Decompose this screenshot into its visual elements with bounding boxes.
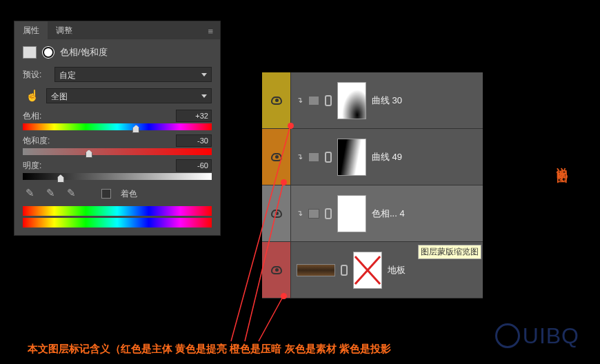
layer-mask-thumb[interactable]: [337, 139, 366, 176]
tab-adjust[interactable]: 调整: [48, 21, 81, 39]
properties-panel: 属性 调整 ≡ 色相/饱和度 预设: 自定 ☝ 全图 色相:: [14, 21, 221, 236]
visibility-icon[interactable]: [271, 153, 282, 161]
layer-name[interactable]: 曲线 30: [372, 94, 402, 107]
eyedropper-add-icon[interactable]: ✎: [43, 187, 57, 201]
marker-dot: [281, 293, 287, 299]
targeted-adjust-icon[interactable]: ☝: [23, 88, 42, 104]
marker-dot: [288, 123, 294, 129]
layer-name[interactable]: 地板: [388, 264, 406, 276]
svg-line-2: [259, 296, 283, 341]
saturation-slider[interactable]: [23, 148, 212, 155]
preset-label: 预设:: [23, 69, 50, 81]
layers-list: ↴ 曲线 30 ↴ 曲线 49 ↴ 色相... 4: [262, 72, 483, 299]
hue-slider[interactable]: [23, 123, 212, 130]
colorize-checkbox[interactable]: [101, 189, 111, 199]
adjustment-type-icon: [23, 46, 37, 59]
saturation-thumb[interactable]: [86, 150, 92, 158]
clip-icon: ↴: [297, 209, 303, 218]
preset-row: 预设: 自定: [23, 67, 212, 82]
layer-color-tag[interactable]: [262, 242, 291, 298]
side-note: 说明图: [554, 159, 569, 167]
hue-value[interactable]: [176, 110, 212, 122]
layer-row[interactable]: 地板 图层蒙版缩览图: [262, 242, 483, 299]
layer-color-tag[interactable]: [262, 72, 291, 128]
saturation-slider-row: 饱和度:: [23, 134, 212, 155]
adjustment-thumb-icon: [308, 209, 319, 219]
mask-icon: [42, 46, 54, 59]
layer-mask-thumb[interactable]: [337, 82, 366, 119]
layer-color-tag[interactable]: [262, 129, 291, 185]
layer-row[interactable]: ↴ 曲线 30: [262, 72, 483, 129]
layer-pixel-thumb[interactable]: [297, 264, 335, 276]
adjustment-header: 色相/饱和度: [23, 46, 212, 59]
link-icon[interactable]: [325, 208, 332, 219]
visibility-icon[interactable]: [271, 266, 282, 274]
adjustment-title: 色相/饱和度: [60, 46, 108, 59]
range-select[interactable]: 全图: [46, 88, 212, 103]
range-row: ☝ 全图: [23, 88, 212, 104]
tab-properties[interactable]: 属性: [14, 21, 48, 39]
layer-mask-thumb[interactable]: [353, 252, 382, 289]
lightness-value[interactable]: [176, 159, 212, 172]
watermark: UIBQ: [495, 323, 579, 350]
preset-select[interactable]: 自定: [54, 67, 212, 82]
adjustment-thumb-icon: [308, 96, 319, 105]
eyedropper-row: ✎ ✎ ✎ 着色: [23, 187, 212, 201]
hue-slider-row: 色相:: [23, 110, 212, 130]
lightness-slider[interactable]: [23, 173, 212, 180]
clip-icon: ↴: [297, 152, 303, 161]
panel-body: 色相/饱和度 预设: 自定 ☝ 全图 色相: 饱和度:: [14, 39, 220, 235]
link-icon[interactable]: [325, 152, 332, 163]
layer-name[interactable]: 曲线 49: [372, 151, 402, 163]
link-icon[interactable]: [341, 265, 348, 276]
layer-row[interactable]: ↴ 曲线 49: [262, 129, 483, 185]
link-icon[interactable]: [325, 95, 332, 106]
hue-thumb[interactable]: [132, 125, 139, 133]
visibility-icon[interactable]: [271, 210, 282, 218]
saturation-value[interactable]: [176, 134, 212, 147]
lightness-thumb[interactable]: [57, 174, 64, 183]
mask-tooltip: 图层蒙版缩览图: [418, 245, 481, 259]
layer-mask-thumb[interactable]: [337, 195, 366, 232]
eyedropper-icon[interactable]: ✎: [23, 187, 37, 201]
hue-strip-top: [23, 206, 212, 216]
panel-menu-icon[interactable]: ≡: [201, 21, 220, 39]
hue-label: 色相:: [23, 110, 41, 122]
marker-dot: [281, 179, 287, 185]
hue-strip-bottom: [23, 218, 212, 228]
eyedropper-subtract-icon[interactable]: ✎: [64, 187, 78, 201]
clip-icon: ↴: [297, 96, 303, 105]
layer-color-tag[interactable]: [262, 185, 291, 241]
adjustment-thumb-icon: [308, 152, 319, 162]
lightness-slider-row: 明度:: [23, 159, 212, 180]
visibility-icon[interactable]: [271, 97, 282, 105]
layer-row[interactable]: ↴ 色相... 4: [262, 185, 483, 242]
lightness-label: 明度:: [23, 160, 41, 172]
panel-tabs: 属性 调整 ≡: [14, 21, 220, 39]
saturation-label: 饱和度:: [23, 135, 50, 147]
colorize-label: 着色: [121, 188, 137, 200]
layer-name[interactable]: 色相... 4: [372, 208, 405, 220]
